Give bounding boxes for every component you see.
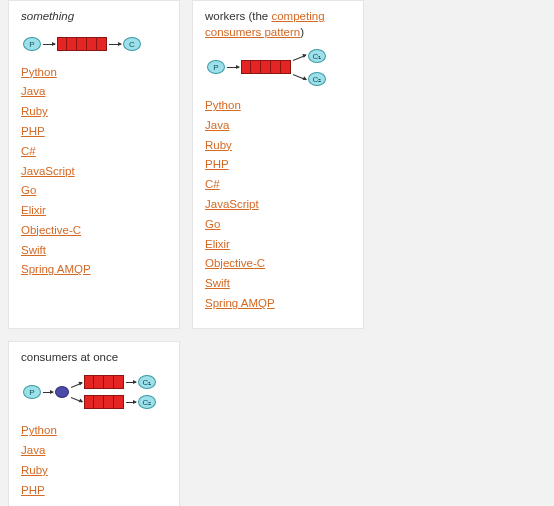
language-list-item: Python: [21, 423, 167, 438]
consumer1-node: C₁: [308, 49, 326, 63]
language-link-spring-amqp[interactable]: Spring AMQP: [205, 297, 275, 309]
consumer-node: C: [123, 37, 141, 51]
language-list-item: Ruby: [205, 138, 351, 153]
language-link-javascript[interactable]: JavaScript: [21, 165, 75, 177]
arrow: [71, 383, 83, 388]
language-link-elixir[interactable]: Elixir: [21, 204, 46, 216]
language-list-item: Python: [205, 98, 351, 113]
language-list-item: Objective-C: [205, 256, 351, 271]
language-link-php[interactable]: PHP: [21, 484, 45, 496]
diagram-work-queues: P C₁ C₂: [205, 46, 351, 90]
language-list-item: Python: [21, 65, 167, 80]
language-list-item: Spring AMQP: [21, 262, 167, 277]
consumer1-node: C₁: [138, 375, 156, 389]
language-link-c-[interactable]: C#: [205, 178, 220, 190]
language-link-java[interactable]: Java: [21, 444, 45, 456]
tutorial-card-1: something P C PythonJavaRubyPHPC#JavaScr…: [8, 0, 180, 329]
arrow: [227, 67, 239, 68]
language-link-ruby[interactable]: Ruby: [21, 464, 48, 476]
queue: [241, 60, 291, 74]
language-list-item: Elixir: [205, 237, 351, 252]
language-link-python[interactable]: Python: [21, 424, 57, 436]
language-link-go[interactable]: Go: [205, 218, 220, 230]
language-list-item: JavaScript: [21, 164, 167, 179]
queue-bottom: [84, 395, 124, 409]
consumer2-node: C₂: [138, 395, 156, 409]
language-list-item: C#: [205, 177, 351, 192]
arrow: [293, 74, 306, 80]
diagram-pubsub: P C₁ C₂: [21, 371, 167, 415]
arrow: [126, 382, 136, 383]
language-list-item: Java: [21, 443, 167, 458]
language-links: PythonJavaRubyPHPC#JavaScriptGoElixirObj…: [21, 65, 167, 278]
diagram-hello-world: P C: [21, 31, 167, 57]
language-link-swift[interactable]: Swift: [21, 244, 46, 256]
language-list-item: JavaScript: [205, 197, 351, 212]
language-link-javascript[interactable]: JavaScript: [205, 198, 259, 210]
language-list-item: Elixir: [21, 203, 167, 218]
language-link-java[interactable]: Java: [205, 119, 229, 131]
language-list-item: Java: [21, 84, 167, 99]
tutorial-card-3: consumers at once P C₁ C₂ PythonJavaRuby…: [8, 341, 180, 506]
producer-node: P: [23, 37, 41, 51]
language-link-php[interactable]: PHP: [205, 158, 229, 170]
card1-desc: something: [21, 9, 167, 25]
language-list-item: Objective-C: [21, 223, 167, 238]
text: workers (the: [205, 10, 271, 22]
language-link-ruby[interactable]: Ruby: [205, 139, 232, 151]
exchange-node: [55, 386, 69, 398]
language-list-item: PHP: [21, 483, 167, 498]
language-list-item: C#: [21, 144, 167, 159]
language-list-item: Ruby: [21, 463, 167, 478]
language-link-objective-c[interactable]: Objective-C: [205, 257, 265, 269]
arrow: [293, 55, 306, 61]
arrow: [126, 402, 136, 403]
arrow: [109, 44, 121, 45]
language-link-spring-amqp[interactable]: Spring AMQP: [21, 263, 91, 275]
language-list-item: Go: [205, 217, 351, 232]
language-link-java[interactable]: Java: [21, 85, 45, 97]
emphasis-text: something: [21, 10, 74, 22]
producer-node: P: [23, 385, 41, 399]
language-link-objective-c[interactable]: Objective-C: [21, 224, 81, 236]
language-list-item: Java: [205, 118, 351, 133]
arrow: [43, 392, 53, 393]
arrow: [43, 44, 55, 45]
language-list-item: Swift: [21, 243, 167, 258]
language-link-python[interactable]: Python: [205, 99, 241, 111]
language-list-item: Spring AMQP: [205, 296, 351, 311]
language-list-item: PHP: [21, 124, 167, 139]
language-link-php[interactable]: PHP: [21, 125, 45, 137]
queue-top: [84, 375, 124, 389]
text: ): [300, 26, 304, 38]
language-list-item: Swift: [205, 276, 351, 291]
language-link-swift[interactable]: Swift: [205, 277, 230, 289]
language-list-item: C#: [21, 503, 167, 507]
language-link-c-[interactable]: C#: [21, 145, 36, 157]
tutorial-card-2: workers (the competing consumers pattern…: [192, 0, 364, 329]
producer-node: P: [207, 60, 225, 74]
card3-desc: consumers at once: [21, 350, 167, 366]
language-link-elixir[interactable]: Elixir: [205, 238, 230, 250]
consumer2-node: C₂: [308, 72, 326, 86]
card2-desc: workers (the competing consumers pattern…: [205, 9, 351, 40]
arrow: [71, 397, 83, 402]
language-link-python[interactable]: Python: [21, 66, 57, 78]
language-link-ruby[interactable]: Ruby: [21, 105, 48, 117]
language-link-go[interactable]: Go: [21, 184, 36, 196]
queue: [57, 37, 107, 51]
language-links: PythonJavaRubyPHPC#JavaScriptGoElixirObj…: [205, 98, 351, 311]
language-list-item: Ruby: [21, 104, 167, 119]
language-list-item: PHP: [205, 157, 351, 172]
language-links: PythonJavaRubyPHPC#JavaScriptGoElixirObj…: [21, 423, 167, 506]
language-list-item: Go: [21, 183, 167, 198]
